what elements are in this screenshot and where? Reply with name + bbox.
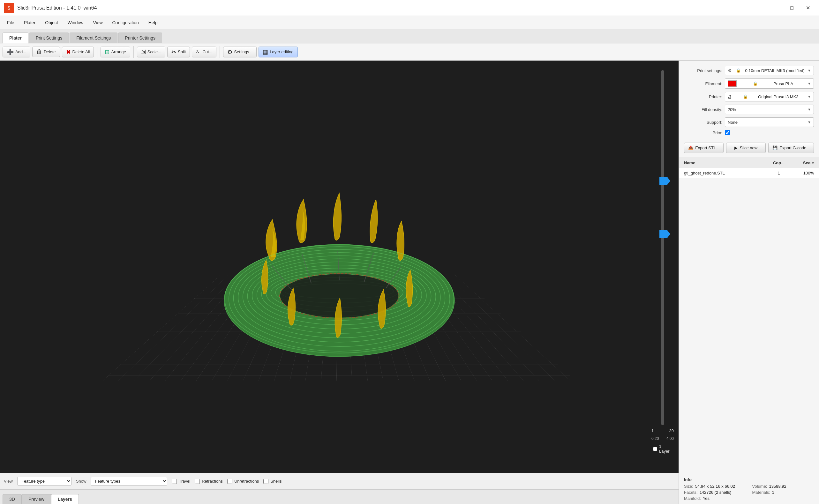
- printer-lock-icon: 🔒: [743, 94, 748, 99]
- unretractions-checkbox-label[interactable]: Unretractions: [227, 479, 259, 484]
- split-icon: ✂: [171, 48, 176, 56]
- brim-label: Brim:: [684, 130, 722, 135]
- brim-checkbox-container: [725, 130, 730, 135]
- info-volume-row: Volume: 13588.92: [752, 484, 814, 489]
- menu-configuration[interactable]: Configuration: [108, 18, 143, 27]
- delete-all-button[interactable]: ✖ Delete All: [62, 47, 94, 57]
- printer-control[interactable]: 🖨 🔒 Original Prusa i3 MK3 ▼: [725, 92, 814, 101]
- object-list-item[interactable]: gtl_ghost_redone.STL 1 100%: [679, 168, 819, 178]
- maximize-button[interactable]: □: [785, 3, 799, 13]
- info-facets-key: Facets:: [684, 490, 698, 495]
- slice-now-label: Slice now: [740, 145, 757, 150]
- retractions-checkbox[interactable]: [195, 479, 200, 484]
- tab-layers[interactable]: Layers: [51, 494, 79, 504]
- menu-help[interactable]: Help: [144, 18, 162, 27]
- tab-preview[interactable]: Preview: [22, 494, 51, 504]
- layer-slider-top-thumb[interactable]: [659, 177, 670, 185]
- window-title: Slic3r Prusa Edition - 1.41.0+win64: [17, 5, 97, 11]
- model-svg: [215, 186, 464, 365]
- info-volume-val: 13588.92: [769, 484, 786, 489]
- layer-slider-container: 1 39 0.20 4.00 1 Layer: [653, 70, 672, 454]
- print-settings-control[interactable]: ⚙ 🔒 0.10mm DETAIL MK3 (modified) ▼: [725, 66, 814, 75]
- 3d-viewport[interactable]: 1 39 0.20 4.00 1 Layer: [0, 61, 679, 473]
- filament-value: Prusa PLA: [773, 81, 793, 86]
- export-stl-button[interactable]: 📤 Export STL...: [684, 143, 724, 153]
- info-grid: Size: 54.94 x 52.16 x 66.02 Volume: 1358…: [684, 484, 814, 501]
- info-manifold-key: Manifold:: [684, 496, 701, 501]
- export-stl-icon: 📤: [688, 145, 693, 150]
- scale-label: Scale...: [147, 49, 161, 54]
- lock-icon: 🔒: [736, 68, 741, 73]
- slider-labels: 1 39: [652, 428, 674, 433]
- tab-print-settings[interactable]: Print Settings: [29, 33, 69, 43]
- filament-control[interactable]: 🔒 Prusa PLA ▼: [725, 78, 814, 89]
- printer-label: Printer:: [684, 94, 722, 99]
- printer-arrow: ▼: [808, 95, 811, 99]
- object-copies: 1: [769, 171, 788, 175]
- print-settings-value: 0.10mm DETAIL MK3 (modified): [745, 68, 804, 73]
- window-controls: ─ □ ✕: [769, 3, 815, 13]
- menu-plater[interactable]: Plater: [19, 18, 40, 27]
- delete-button[interactable]: 🗑 Delete: [32, 47, 60, 57]
- shells-checkbox-label[interactable]: Shells: [263, 479, 281, 484]
- support-row: Support: None ▼: [684, 117, 814, 127]
- menu-file[interactable]: File: [3, 18, 19, 27]
- menu-object[interactable]: Object: [41, 18, 62, 27]
- info-manifold-row: Manifold: Yes: [684, 496, 746, 501]
- slice-now-icon: ▶: [734, 145, 738, 150]
- header-scale: Scale: [788, 160, 814, 165]
- tab-filament-settings[interactable]: Filament Settings: [70, 33, 117, 43]
- export-gcode-button[interactable]: 💾 Export G-code...: [768, 143, 814, 153]
- arrange-button[interactable]: ⊞ Arrange: [100, 47, 130, 57]
- tab-printer-settings[interactable]: Printer Settings: [118, 33, 162, 43]
- settings-icon: ⚙: [227, 48, 232, 56]
- cut-button[interactable]: ✁ Cut...: [192, 47, 216, 57]
- info-size-row: Size: 54.94 x 52.16 x 66.02: [684, 484, 746, 489]
- add-label: Add...: [15, 49, 26, 54]
- layer-slider-track[interactable]: [661, 70, 664, 425]
- travel-label: Travel: [179, 479, 190, 484]
- print-settings-row: Print settings: ⚙ 🔒 0.10mm DETAIL MK3 (m…: [684, 66, 814, 75]
- unretractions-checkbox[interactable]: [227, 479, 232, 484]
- one-layer-checkbox[interactable]: [653, 447, 657, 451]
- travel-checkbox[interactable]: [172, 479, 177, 484]
- info-manifold-val: Yes: [703, 496, 710, 501]
- shells-checkbox[interactable]: [263, 479, 268, 484]
- retractions-label: Retractions: [202, 479, 223, 484]
- close-button[interactable]: ✕: [800, 3, 815, 13]
- retractions-checkbox-label[interactable]: Retractions: [195, 479, 223, 484]
- layer-editing-label: Layer editing: [270, 49, 293, 54]
- split-button[interactable]: ✂ Split: [167, 47, 190, 57]
- split-label: Split: [178, 49, 186, 54]
- delete-icon: 🗑: [36, 48, 42, 55]
- show-select[interactable]: Feature typesAllPerimeterInfill: [91, 477, 167, 485]
- show-label: Show: [76, 479, 86, 484]
- brim-checkbox[interactable]: [725, 130, 730, 135]
- main-tab-bar: Plater Print Settings Filament Settings …: [0, 29, 819, 43]
- settings-button[interactable]: ⚙ Settings...: [223, 47, 257, 57]
- tab-plater[interactable]: Plater: [3, 33, 28, 43]
- cut-label: Cut...: [202, 49, 212, 54]
- layer-editing-button[interactable]: ▦ Layer editing: [258, 47, 297, 57]
- menu-view[interactable]: View: [88, 18, 107, 27]
- fill-density-control[interactable]: 20% ▼: [725, 105, 814, 114]
- slider-top-mm: 4.00: [666, 436, 674, 441]
- tab-3d[interactable]: 3D: [3, 494, 22, 504]
- slider-bottom-layer: 1: [652, 428, 654, 433]
- info-section: Info Size: 54.94 x 52.16 x 66.02 Volume:…: [679, 474, 819, 504]
- gear-icon: ⚙: [728, 68, 732, 73]
- layer-slider-bottom-thumb[interactable]: [659, 230, 670, 238]
- minimize-button[interactable]: ─: [769, 3, 783, 13]
- support-control[interactable]: None ▼: [725, 117, 814, 127]
- slice-now-button[interactable]: ▶ Slice now: [726, 143, 766, 153]
- info-size-val: 54.94 x 52.16 x 66.02: [695, 484, 735, 489]
- delete-all-label: Delete All: [72, 49, 90, 54]
- travel-checkbox-label[interactable]: Travel: [172, 479, 190, 484]
- object-name: gtl_ghost_redone.STL: [684, 171, 769, 175]
- add-button[interactable]: ➕ Add...: [3, 47, 30, 57]
- info-materials-val: 1: [772, 490, 774, 495]
- view-select[interactable]: Feature typeAltitudeFeedrateTool: [17, 477, 71, 485]
- fill-density-row: Fill density: 20% ▼: [684, 105, 814, 114]
- menu-window[interactable]: Window: [63, 18, 88, 27]
- scale-button[interactable]: ⇲ Scale...: [137, 47, 165, 57]
